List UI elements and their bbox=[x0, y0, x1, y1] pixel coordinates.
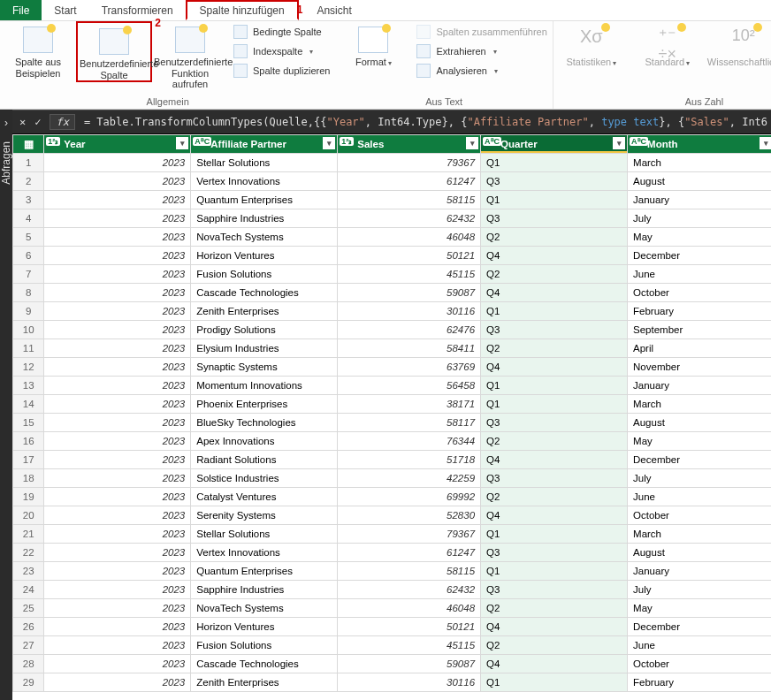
cell-sales[interactable]: 45115 bbox=[338, 636, 481, 655]
cell-quarter[interactable]: Q2 bbox=[481, 599, 628, 618]
cell-year[interactable]: 2023 bbox=[44, 451, 191, 469]
cell-quarter[interactable]: Q1 bbox=[481, 395, 628, 414]
cell-year[interactable]: 2023 bbox=[44, 302, 191, 321]
table-row[interactable]: 172023Radiant Solutions51718Q4December bbox=[13, 451, 772, 469]
merge-columns-button[interactable]: Spalten zusammenführen bbox=[415, 23, 548, 41]
table-row[interactable]: 212023Stellar Solutions79367Q1March bbox=[13, 525, 772, 544]
cell-month[interactable]: January bbox=[628, 562, 771, 581]
cell-affiliate[interactable]: Fusion Solutions bbox=[191, 636, 338, 655]
cell-affiliate[interactable]: Stellar Solutions bbox=[191, 154, 338, 172]
commit-formula-button[interactable]: ✓ bbox=[34, 116, 41, 128]
cell-quarter[interactable]: Q4 bbox=[481, 655, 628, 673]
cell-affiliate[interactable]: Stellar Solutions bbox=[191, 525, 338, 544]
analyze-button[interactable]: Analysieren bbox=[415, 62, 548, 80]
table-row[interactable]: 92023Zenith Enterprises30116Q1February bbox=[13, 302, 772, 321]
cell-affiliate[interactable]: Horizon Ventures bbox=[191, 618, 338, 636]
cell-quarter[interactable]: Q4 bbox=[481, 358, 628, 377]
cell-affiliate[interactable]: Quantum Enterprises bbox=[191, 562, 338, 581]
cell-quarter[interactable]: Q1 bbox=[481, 191, 628, 209]
cell-affiliate[interactable]: NovaTech Systems bbox=[191, 599, 338, 618]
cell-month[interactable]: January bbox=[628, 191, 771, 209]
cell-month[interactable]: December bbox=[628, 247, 771, 265]
cell-month[interactable]: December bbox=[628, 451, 771, 469]
cell-sales[interactable]: 76344 bbox=[338, 432, 481, 451]
cell-sales[interactable]: 42259 bbox=[338, 469, 481, 488]
cell-sales[interactable]: 46048 bbox=[338, 599, 481, 618]
cell-affiliate[interactable]: Momentum Innovations bbox=[191, 377, 338, 395]
chevron-down-icon[interactable]: ▾ bbox=[466, 137, 478, 149]
table-row[interactable]: 232023Quantum Enterprises58115Q1January bbox=[13, 562, 772, 581]
cell-affiliate[interactable]: Cascade Technologies bbox=[191, 284, 338, 302]
cell-quarter[interactable]: Q2 bbox=[481, 228, 628, 247]
index-column-button[interactable]: Indexspalte bbox=[232, 42, 332, 60]
cell-quarter[interactable]: Q1 bbox=[481, 377, 628, 395]
cell-quarter[interactable]: Q3 bbox=[481, 321, 628, 339]
cell-quarter[interactable]: Q3 bbox=[481, 544, 628, 562]
cell-affiliate[interactable]: Catalyst Ventures bbox=[191, 488, 338, 506]
table-row[interactable]: 52023NovaTech Systems46048Q2May bbox=[13, 228, 772, 247]
cell-year[interactable]: 2023 bbox=[44, 358, 191, 377]
expand-chevron-icon[interactable]: › bbox=[4, 117, 8, 129]
cancel-formula-button[interactable]: ✕ bbox=[19, 116, 26, 128]
cell-sales[interactable]: 30116 bbox=[338, 673, 481, 692]
cell-quarter[interactable]: Q2 bbox=[481, 432, 628, 451]
cell-quarter[interactable]: Q2 bbox=[481, 488, 628, 506]
cell-affiliate[interactable]: Vertex Innovations bbox=[191, 172, 338, 191]
chevron-down-icon[interactable]: ▾ bbox=[760, 137, 771, 149]
cell-quarter[interactable]: Q1 bbox=[481, 302, 628, 321]
cell-year[interactable]: 2023 bbox=[44, 636, 191, 655]
cell-quarter[interactable]: Q1 bbox=[481, 673, 628, 692]
cell-year[interactable]: 2023 bbox=[44, 599, 191, 618]
cell-sales[interactable]: 61247 bbox=[338, 544, 481, 562]
col-sales-header[interactable]: 1²₃Sales▾ bbox=[338, 135, 481, 154]
cell-quarter[interactable]: Q3 bbox=[481, 209, 628, 228]
cell-quarter[interactable]: Q1 bbox=[481, 562, 628, 581]
cell-quarter[interactable]: Q3 bbox=[481, 414, 628, 432]
cell-sales[interactable]: 63769 bbox=[338, 358, 481, 377]
fx-icon[interactable]: fx bbox=[50, 114, 74, 130]
cell-sales[interactable]: 45115 bbox=[338, 265, 481, 284]
table-row[interactable]: 142023Phoenix Enterprises38171Q1March bbox=[13, 395, 772, 414]
cell-quarter[interactable]: Q3 bbox=[481, 469, 628, 488]
cell-month[interactable]: March bbox=[628, 395, 771, 414]
cell-year[interactable]: 2023 bbox=[44, 265, 191, 284]
statistics-button[interactable]: Xσ Statistiken bbox=[553, 21, 630, 68]
cell-sales[interactable]: 62432 bbox=[338, 581, 481, 599]
table-row[interactable]: 82023Cascade Technologies59087Q4October bbox=[13, 284, 772, 302]
cell-sales[interactable]: 50121 bbox=[338, 247, 481, 265]
cell-year[interactable]: 2023 bbox=[44, 581, 191, 599]
cell-sales[interactable]: 79367 bbox=[338, 525, 481, 544]
cell-month[interactable]: October bbox=[628, 655, 771, 673]
col-affiliate-header[interactable]: AᴮCAffiliate Partner▾ bbox=[191, 135, 338, 154]
table-row[interactable]: 192023Catalyst Ventures69992Q2June bbox=[13, 488, 772, 506]
cell-affiliate[interactable]: Zenith Enterprises bbox=[191, 673, 338, 692]
cell-affiliate[interactable]: Radiant Solutions bbox=[191, 451, 338, 469]
cell-affiliate[interactable]: Elysium Industries bbox=[191, 339, 338, 358]
cell-month[interactable]: November bbox=[628, 358, 771, 377]
tab-view[interactable]: Ansicht bbox=[304, 0, 363, 20]
cell-month[interactable]: August bbox=[628, 544, 771, 562]
cell-affiliate[interactable]: Solstice Industries bbox=[191, 469, 338, 488]
cell-year[interactable]: 2023 bbox=[44, 488, 191, 506]
cell-sales[interactable]: 51718 bbox=[338, 451, 481, 469]
col-quarter-header[interactable]: AᴮCQuarter▾ bbox=[481, 135, 628, 154]
cell-year[interactable]: 2023 bbox=[44, 544, 191, 562]
cell-affiliate[interactable]: Apex Innovations bbox=[191, 432, 338, 451]
formula-text[interactable]: = Table.TransformColumnTypes(Quelle,{{"Y… bbox=[84, 116, 767, 128]
cell-month[interactable]: May bbox=[628, 432, 771, 451]
table-row[interactable]: 182023Solstice Industries42259Q3July bbox=[13, 469, 772, 488]
table-row[interactable]: 12023Stellar Solutions79367Q1March bbox=[13, 154, 772, 172]
cell-year[interactable]: 2023 bbox=[44, 655, 191, 673]
cell-year[interactable]: 2023 bbox=[44, 247, 191, 265]
cell-affiliate[interactable]: Synaptic Systems bbox=[191, 358, 338, 377]
cell-sales[interactable]: 69992 bbox=[338, 488, 481, 506]
cell-quarter[interactable]: Q4 bbox=[481, 618, 628, 636]
cell-sales[interactable]: 38171 bbox=[338, 395, 481, 414]
cell-sales[interactable]: 79367 bbox=[338, 154, 481, 172]
cell-affiliate[interactable]: Cascade Technologies bbox=[191, 655, 338, 673]
chevron-down-icon[interactable]: ▾ bbox=[323, 137, 335, 149]
custom-column-button[interactable]: 2 Benutzerdefinierte Spalte bbox=[76, 21, 152, 82]
cell-affiliate[interactable]: Sapphire Industries bbox=[191, 209, 338, 228]
table-row[interactable]: 102023Prodigy Solutions62476Q3September bbox=[13, 321, 772, 339]
cell-quarter[interactable]: Q2 bbox=[481, 265, 628, 284]
